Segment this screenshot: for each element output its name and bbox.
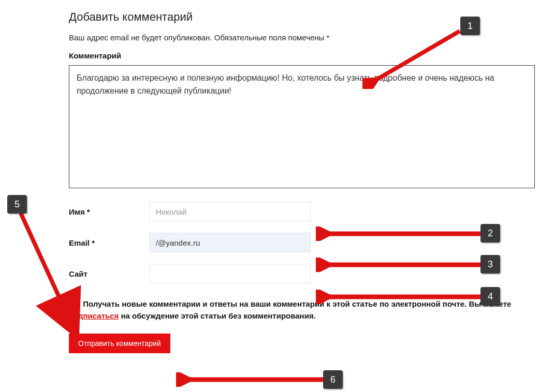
arrow-6 bbox=[176, 372, 331, 387]
submit-button[interactable]: Отправить комментарий bbox=[69, 334, 170, 353]
site-row: Сайт bbox=[69, 264, 535, 283]
notify-row: Получать новые комментарии и ответы на в… bbox=[69, 298, 535, 322]
annotation-badge-6: 6 bbox=[323, 370, 343, 389]
subscribe-link[interactable]: подписаться bbox=[69, 311, 119, 320]
annotation-badge-5: 5 bbox=[7, 195, 27, 214]
email-row: Email * bbox=[69, 233, 535, 252]
notify-text-prefix: Получать новые комментарии и ответы на в… bbox=[83, 299, 511, 308]
name-row: Имя * bbox=[69, 202, 535, 221]
site-label: Сайт bbox=[69, 269, 149, 278]
comment-form: Добавить комментарий Ваш адрес email не … bbox=[69, 10, 535, 353]
annotation-badge-1: 1 bbox=[460, 17, 480, 35]
name-input[interactable] bbox=[149, 202, 311, 221]
notify-checkbox[interactable] bbox=[69, 301, 77, 309]
email-label: Email * bbox=[69, 238, 149, 247]
name-label: Имя * bbox=[69, 207, 149, 216]
comment-textarea[interactable] bbox=[69, 65, 535, 188]
annotation-badge-4: 4 bbox=[480, 287, 500, 306]
annotation-badge-3: 3 bbox=[480, 255, 500, 274]
site-input[interactable] bbox=[149, 264, 311, 283]
annotation-badge-2: 2 bbox=[480, 224, 500, 243]
comment-label: Комментарий bbox=[69, 51, 535, 60]
email-input[interactable] bbox=[149, 233, 311, 252]
svg-line-4 bbox=[21, 213, 76, 333]
notify-text-suffix: на обсуждение этой статьи без комментиро… bbox=[119, 311, 315, 320]
